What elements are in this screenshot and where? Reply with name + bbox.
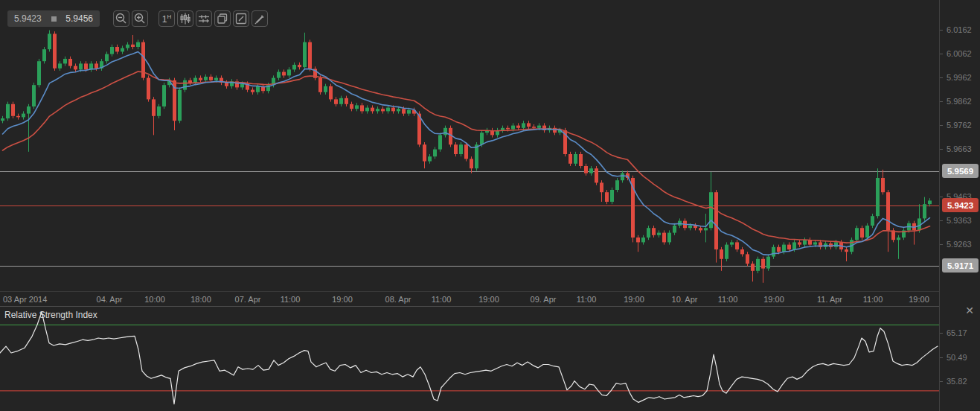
time-axis-label: 09. Apr (531, 294, 557, 305)
rsi-title: Relative Strength Index (4, 310, 97, 320)
sliders-icon (196, 11, 211, 26)
time-axis-label: 11:00 (718, 294, 738, 305)
edit-chart-button[interactable] (233, 10, 249, 27)
zoom-out-icon (114, 11, 129, 26)
time-axis-label: 11. Apr (817, 294, 842, 305)
edit-pencil-square-icon (234, 11, 249, 26)
rsi-tick-label: 65.17 (947, 328, 967, 338)
price-level-badge: 5.9423 (942, 198, 979, 212)
price-level-badge: 5.9569 (942, 164, 979, 178)
time-axis-label: 19:00 (332, 294, 353, 305)
price-tick-label: 5.9263 (947, 239, 972, 249)
time-axis-label: 11:00 (281, 294, 301, 305)
rsi-close-button[interactable]: ✕ (963, 304, 976, 317)
spread-indicator (51, 16, 57, 22)
time-axis-label: 18:00 (190, 294, 211, 305)
chart-canvas[interactable] (0, 0, 980, 411)
price-tick-label: 5.9363 (947, 215, 972, 226)
draw-button[interactable] (252, 10, 268, 27)
ask-price: 5.9456 (65, 13, 93, 24)
time-axis-label: 19:00 (909, 294, 929, 305)
timeframe-button[interactable]: 1H (158, 10, 175, 27)
time-axis-label: 08. Apr (385, 294, 411, 305)
duplicate-layers-icon (215, 11, 230, 26)
close-icon: ✕ (965, 305, 974, 316)
indicator-settings-button[interactable] (196, 10, 212, 27)
time-axis-label: 19:00 (763, 294, 784, 305)
timeframe-1h-icon: 1H (162, 14, 171, 24)
time-axis-label: 11:00 (432, 294, 452, 305)
draw-marker-icon (252, 11, 267, 26)
time-axis-label: 04. Apr (97, 294, 123, 305)
time-axis-label: 10:00 (144, 294, 165, 305)
time-axis-label: 19:00 (624, 294, 644, 305)
chart-toolbar: 5.9423 5.9456 1H (7, 10, 268, 27)
price-level-badge: 5.9171 (942, 258, 979, 273)
time-axis-label: 03 Apr 2014 (3, 294, 47, 305)
price-tick-label: 5.9962 (947, 72, 972, 83)
bid-ask-widget[interactable]: 5.9423 5.9456 (7, 10, 100, 27)
bid-price: 5.9423 (14, 13, 42, 24)
zoom-in-button[interactable] (132, 10, 148, 27)
duplicate-chart-button[interactable] (214, 10, 231, 27)
candlestick-chart-icon (178, 11, 193, 26)
time-axis-label: 07. Apr (235, 294, 261, 305)
price-tick-label: 6.0162 (947, 25, 972, 35)
price-tick-label: 5.9663 (947, 144, 972, 154)
zoom-out-button[interactable] (113, 10, 129, 27)
time-axis-label: 11:00 (577, 294, 597, 305)
chart-type-button[interactable] (177, 10, 193, 27)
price-tick-label: 5.9862 (947, 96, 972, 106)
time-axis-label: 11:00 (863, 294, 883, 305)
time-axis-label: 19:00 (478, 294, 499, 305)
zoom-in-icon (132, 11, 147, 26)
price-tick-label: 5.9762 (947, 120, 972, 130)
time-axis-label: 10. Apr (672, 294, 698, 305)
trading-chart-app: 5.9423 5.9456 1H (0, 0, 980, 411)
price-tick-label: 6.0062 (947, 48, 972, 59)
rsi-tick-label: 50.49 (947, 352, 967, 363)
rsi-tick-label: 35.82 (947, 376, 967, 386)
